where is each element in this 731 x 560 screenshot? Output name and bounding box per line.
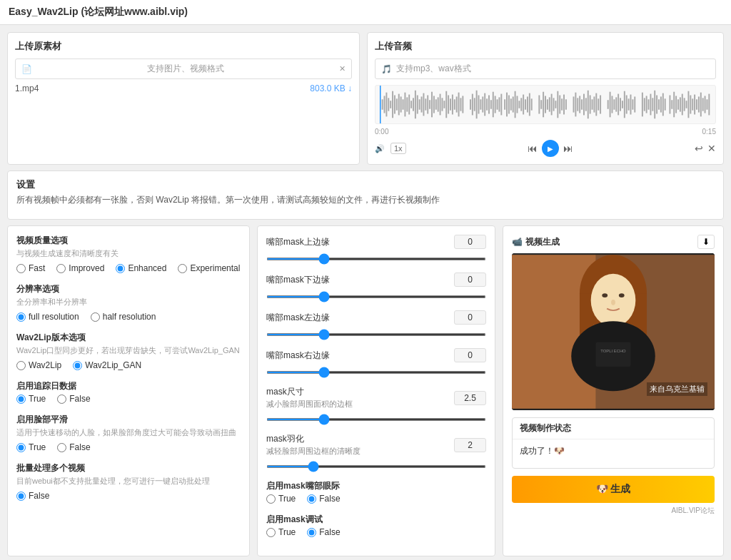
svg-rect-35: [454, 99, 455, 109]
smoothing-false[interactable]: False: [57, 442, 90, 452]
upload-original-title: 上传原素材: [15, 40, 352, 53]
svg-rect-79: [557, 91, 558, 118]
volume-icon[interactable]: 🔊: [375, 144, 385, 153]
settings-section: 设置 所有视频帧中必须都有一张脸，否则 Wav2Lip 将报错。第一次使用，请测…: [7, 170, 724, 220]
quality-fast[interactable]: Fast: [16, 263, 45, 273]
audio-upload-box[interactable]: 🎵 支持mp3、wav格式: [375, 58, 716, 79]
audio-placeholder: 支持mp3、wav格式: [396, 63, 471, 75]
smoothing-true[interactable]: True: [16, 442, 46, 452]
svg-rect-50: [490, 100, 492, 109]
settings-title: 设置: [16, 178, 715, 191]
svg-rect-10: [403, 99, 404, 109]
mask-bottom-value: 0: [454, 273, 486, 287]
upload-audio-section: 上传音频 🎵 支持mp3、wav格式: [367, 32, 724, 165]
svg-rect-33: [450, 98, 451, 110]
svg-rect-109: [630, 95, 632, 115]
svg-rect-9: [400, 96, 402, 112]
padding-false[interactable]: False: [57, 394, 90, 404]
forward-button[interactable]: ⏭: [563, 143, 573, 154]
batch-processing-group: 批量处理多个视频 目前webui都不支持批量处理，您可进行一键启动批处理 Fal…: [16, 462, 241, 501]
mask-size-slider[interactable]: [266, 418, 486, 421]
time-end: 0:15: [702, 128, 716, 136]
svg-rect-60: [513, 96, 514, 112]
svg-rect-68: [529, 93, 530, 116]
mask-feathering-slider[interactable]: [266, 465, 486, 468]
status-title: 视频制作状态: [513, 418, 714, 439]
mask-feathering-sublabel: 减轻脸部周围边框的清晰度: [266, 447, 361, 455]
svg-rect-131: [684, 98, 685, 111]
svg-rect-28: [440, 94, 441, 116]
mask-top-slider[interactable]: [266, 258, 486, 260]
svg-rect-140: [702, 98, 704, 111]
upload-original-section: 上传原素材 📄 支持图片、视频格式 ✕ 1.mp4 803.0 KB ↓: [7, 32, 360, 165]
svg-rect-95: [595, 93, 597, 116]
svg-rect-45: [480, 99, 481, 109]
resolution-label: 分辨率选项: [16, 283, 241, 295]
svg-rect-116: [650, 94, 651, 116]
svg-rect-43: [476, 91, 478, 119]
mask-bottom-slider[interactable]: [266, 295, 486, 298]
settings-note: 所有视频帧中必须都有一张脸，否则 Wav2Lip 将报错。第一次使用，请测试高频…: [16, 194, 715, 206]
mask-left-label: 嘴部mask左边缘: [266, 312, 330, 324]
video-generation-title: 📹 视频生成: [512, 236, 560, 248]
rewind-button[interactable]: ⏮: [528, 143, 538, 154]
resolution-half[interactable]: half resolution: [91, 312, 156, 322]
svg-rect-124: [669, 95, 670, 113]
svg-rect-37: [458, 93, 460, 117]
speed-button[interactable]: 1x: [390, 143, 406, 154]
undo-button[interactable]: ↩: [695, 143, 703, 154]
svg-rect-136: [694, 95, 695, 115]
padding-true[interactable]: True: [16, 394, 46, 404]
mask-eyes-false[interactable]: False: [307, 494, 340, 504]
download-button[interactable]: ⬇: [697, 235, 715, 249]
mask-left-slider[interactable]: [266, 333, 486, 336]
model-wav2lip-gan[interactable]: Wav2Lip_GAN: [73, 360, 141, 370]
play-button[interactable]: ▶: [542, 140, 559, 157]
svg-rect-143: [708, 94, 710, 116]
svg-rect-107: [626, 95, 627, 113]
mask-debug-false[interactable]: False: [307, 527, 340, 537]
svg-rect-24: [431, 92, 433, 118]
svg-point-154: [611, 300, 615, 305]
enable-padding-label: 启用追踪日数据: [16, 380, 241, 392]
svg-rect-29: [441, 98, 443, 111]
svg-rect-23: [429, 100, 430, 109]
mask-right-slider[interactable]: [266, 371, 486, 374]
wav2lip-model-options: Wav2Lip Wav2Lip_GAN: [16, 360, 241, 370]
svg-rect-14: [410, 101, 412, 108]
mask-bottom-row: 嘴部mask下边缘 0: [266, 273, 486, 300]
batch-false[interactable]: False: [16, 491, 49, 501]
audio-controls: 🔊 1x ⏮ ▶ ⏭ ↩ ✕: [375, 140, 716, 157]
svg-rect-80: [559, 95, 560, 113]
svg-rect-49: [488, 95, 490, 113]
svg-rect-157: [596, 342, 631, 367]
mask-eyes-true[interactable]: True: [266, 494, 296, 504]
svg-rect-70: [538, 95, 540, 113]
svg-rect-4: [390, 101, 391, 108]
svg-point-153: [619, 293, 625, 297]
batch-processing-label: 批量处理多个视频: [16, 462, 241, 474]
resolution-full[interactable]: full resolution: [16, 312, 79, 322]
mask-debug-true[interactable]: True: [266, 527, 296, 537]
svg-rect-53: [497, 99, 498, 109]
audio-icon: 🎵: [381, 64, 392, 74]
model-wav2lip[interactable]: Wav2Lip: [16, 360, 61, 370]
close-audio-button[interactable]: ✕: [707, 143, 716, 154]
upload-original-input[interactable]: 📄 支持图片、视频格式 ✕: [15, 58, 352, 79]
mask-top-row: 嘴部mask上边缘 0: [266, 235, 486, 263]
svg-rect-123: [665, 98, 666, 110]
mask-size-value: 2.5: [454, 391, 486, 405]
svg-rect-52: [495, 96, 496, 113]
video-icon: 📹: [512, 237, 523, 247]
quality-enhanced[interactable]: Enhanced: [116, 263, 166, 273]
close-icon[interactable]: ✕: [339, 64, 346, 73]
svg-rect-128: [677, 99, 679, 109]
svg-rect-112: [642, 93, 643, 117]
time-start: 0:00: [375, 128, 388, 136]
generate-button[interactable]: 🐶 生成: [512, 476, 715, 503]
svg-rect-31: [445, 91, 447, 118]
quality-experimental[interactable]: Experimental: [178, 263, 240, 273]
quality-improved[interactable]: Improved: [56, 263, 104, 273]
svg-rect-94: [593, 96, 595, 112]
svg-rect-110: [632, 99, 633, 109]
